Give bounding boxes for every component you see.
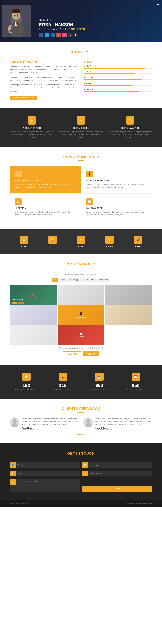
work-card-title: WEB TEMPLATE DESIGN xyxy=(15,179,76,182)
portfolio-item-7[interactable]: 📋 App Interface xyxy=(57,326,105,345)
send-button[interactable]: SEND xyxy=(82,486,152,492)
testimonial-nav xyxy=(10,434,152,435)
hero-image xyxy=(2,5,31,37)
hero-person xyxy=(0,5,32,37)
portfolio-item-2[interactable] xyxy=(105,286,152,305)
process-title: PLAN xyxy=(20,246,28,248)
work-card-text: Lorem Ipsum is simply dummy text of the … xyxy=(15,183,76,188)
process-item-0: 📋 PLAN xyxy=(20,236,28,248)
contact-section: GET IN TOUCH 👤 ✉ 📋 ☎ ✉ SEND xyxy=(0,443,162,500)
contact-input-2[interactable] xyxy=(16,471,80,476)
work-card-1[interactable]: 📱 MOBILE APP DESIGN Lorem Ipsum is simpl… xyxy=(81,166,152,194)
loadmore-button[interactable]: ⊕ LOADMORE xyxy=(63,352,81,356)
skills-list: Adobe Photoshop Adobe Illustrator Html &… xyxy=(84,65,152,92)
skill-name: Adobe Photoshop xyxy=(84,65,152,67)
svg-point-11 xyxy=(32,293,35,296)
skill-bar xyxy=(84,68,145,68)
stat-number: 118 xyxy=(46,383,79,388)
process-item-1: 💡 IDEA xyxy=(48,236,57,248)
testimonial-text: Marcus is a full time talented Marketing… xyxy=(22,418,78,426)
hero-name: ROBAL HAKSON xyxy=(39,22,152,27)
contact-message-icon: ✉ xyxy=(10,479,16,485)
skill-bar-bg xyxy=(84,68,152,68)
portfolio-actions: ⊕ LOADMORE ✉ CONTACT xyxy=(10,352,152,356)
about-grid: A LITTLE BRIF ABOUT ME Lorem nisl adipis… xyxy=(10,61,152,100)
working-section: MY WORKING AREA ☰ WEB TEMPLATE DESIGN Lo… xyxy=(0,147,162,229)
portfolio-item-5[interactable] xyxy=(105,306,152,325)
testimonial-item-1: Marcus is a full time talented Marketing… xyxy=(84,418,152,431)
work-card-text: Lorem Ipsum is simply dummy text of the … xyxy=(86,183,147,188)
contact-input-1[interactable] xyxy=(88,462,152,468)
hero-socials: f t in g+ ♥ b ▶ xyxy=(39,32,152,37)
social-googleplus[interactable]: g+ xyxy=(56,32,61,37)
social-other[interactable]: ▶ xyxy=(74,32,78,37)
portfolio-item-6[interactable] xyxy=(10,326,57,345)
process-icon: 💡 xyxy=(48,236,57,244)
stat-label: PROJECT COMPLETE xyxy=(10,389,43,390)
about-text3: Ut consequat ferment ipsum nisi posuere … xyxy=(10,83,78,92)
feature-text: Lorem Ipsum is simply dummy text of the … xyxy=(59,130,103,139)
testimonial-nav-dot-0[interactable] xyxy=(77,434,80,435)
testimonial-role: UX for 'Digital flash Ltd' xyxy=(22,429,78,431)
contact-send-wrap: SEND xyxy=(82,479,152,492)
menu-icon[interactable]: ≡ xyxy=(157,2,159,6)
work-card-title: UI DESIGN xyxy=(15,207,76,210)
process-title: DESIGN xyxy=(105,246,114,248)
testimonial-avatar xyxy=(84,418,93,427)
work-card-2[interactable]: 🖥 UI DESIGN Lorem Ipsum is simply dummy … xyxy=(10,194,81,221)
about-text2: Alem ipsum dolor sit amet, consectetur a… xyxy=(10,76,78,82)
portfolio-item-4[interactable]: 📱 Mobile Design xyxy=(57,306,105,325)
contact-input-0[interactable] xyxy=(16,462,80,468)
svg-point-16 xyxy=(86,419,90,424)
process-item-2: ✏ SKETCH xyxy=(77,236,85,248)
feature-icon: ◈ xyxy=(28,116,36,125)
filter-btn-ecommerce[interactable]: Ecommerce xyxy=(97,278,110,282)
contact-title: GET IN TOUCH xyxy=(10,452,152,456)
feature-text: Lorem Ipsum is simply dummy text of the … xyxy=(108,130,152,139)
process-section: 📋 PLAN 💡 IDEA ✏ SKETCH ✦ DESIGN 🚀 LAUNCH xyxy=(0,229,162,254)
contact-portfolio-button[interactable]: ✉ CONTACT xyxy=(83,352,99,356)
filter-btn-all[interactable]: All xyxy=(52,278,58,282)
testimonial-nav-dot-1[interactable] xyxy=(82,434,85,435)
filter-btn-landing-page[interactable]: Landing page xyxy=(82,278,96,282)
features-section: ◈ PIEXEL PERFECT Lorem Ipsum is simply d… xyxy=(0,108,162,147)
portfolio-desc: Let's check recent project I've worked o… xyxy=(10,273,152,275)
contact-field-icon: 👤 xyxy=(10,462,16,468)
social-behance[interactable]: b xyxy=(68,32,72,37)
contact-message-wrap: ✉ xyxy=(10,479,80,492)
skill-bar-bg xyxy=(84,79,152,80)
social-linkedin[interactable]: in xyxy=(51,32,55,37)
svg-rect-10 xyxy=(12,11,20,13)
download-resume-button[interactable]: ⬇ DOWNLOAD RESUME xyxy=(10,96,37,100)
portfolio-item-1[interactable] xyxy=(57,286,105,305)
portfolio-item-0[interactable]: Laracon 2014 View Detail xyxy=(10,286,57,305)
portfolio-item-inner xyxy=(10,306,57,325)
work-card-3[interactable]: 📄 LANDING PAGE Lorem Ipsum is simply dum… xyxy=(81,194,152,221)
contact-message-textarea[interactable] xyxy=(16,479,80,492)
testimonial-content: Marcus is a full time talented Marketing… xyxy=(95,418,152,431)
feature-text: Lorem Ipsum is simply dummy text of the … xyxy=(10,130,54,139)
contact-field-icon: 📋 xyxy=(10,470,16,476)
portfolio-item-inner: 📋 App Interface xyxy=(57,326,105,345)
skill-item: Web Design xyxy=(84,82,152,86)
process-item-4: 🚀 LAUNCH xyxy=(134,236,142,248)
testimonial-role: UI / Creative Studio Ltd xyxy=(95,429,152,431)
contact-input-3[interactable] xyxy=(88,471,152,476)
social-dribbble[interactable]: ♥ xyxy=(62,32,67,37)
hero-subtitle: A UI & UX Designer Based in BANGLADESH xyxy=(39,28,152,30)
social-twitter[interactable]: t xyxy=(45,32,49,37)
stat-number: 650 xyxy=(119,383,152,388)
about-right: SKILLS Adobe Photoshop Adobe Illustrator… xyxy=(84,61,152,100)
filter-btn-web[interactable]: Web xyxy=(59,278,67,282)
working-title: MY WORKING AREA xyxy=(10,155,152,159)
process-icon: ✏ xyxy=(77,236,85,244)
process-title: LAUNCH xyxy=(134,246,142,248)
work-card-0[interactable]: ☰ WEB TEMPLATE DESIGN Lorem Ipsum is sim… xyxy=(10,166,81,194)
testimonial-name: Paula Ertinson xyxy=(95,427,152,429)
work-icon: 🖥 xyxy=(15,198,22,205)
contact-field-1: ✉ xyxy=(82,462,152,468)
filter-btn-mobile-app[interactable]: Mobile App xyxy=(68,278,80,282)
feature-icon: ◎ xyxy=(126,116,134,125)
social-facebook[interactable]: f xyxy=(39,32,43,37)
portfolio-item-3[interactable] xyxy=(10,306,57,325)
